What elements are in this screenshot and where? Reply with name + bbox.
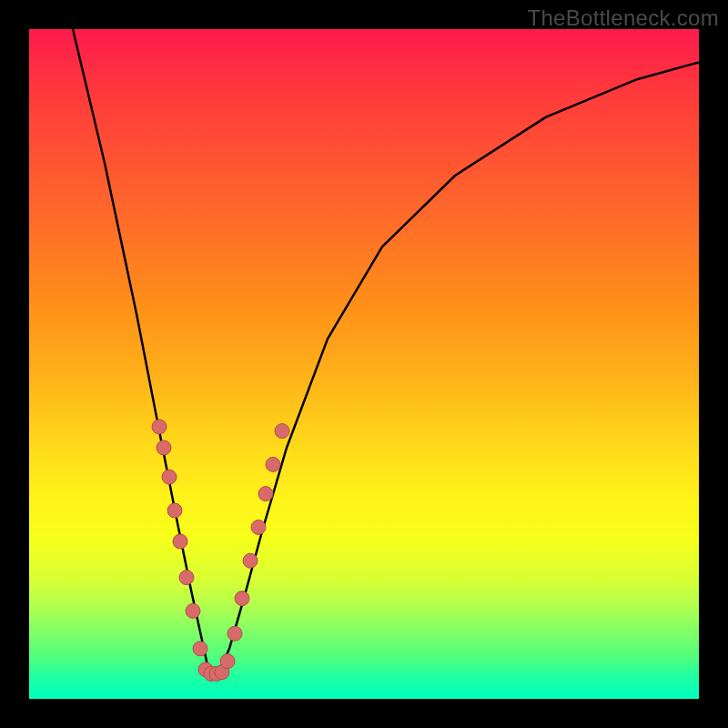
curve-marker: [179, 571, 194, 585]
watermark-text: TheBottleneck.com: [527, 5, 719, 31]
curve-marker: [173, 534, 187, 549]
curve-marker: [193, 642, 207, 656]
curve-marker: [258, 487, 273, 501]
curve-marker: [157, 440, 171, 455]
curve-marker: [167, 503, 182, 518]
chart-frame: TheBottleneck.com: [0, 0, 728, 728]
curve-marker: [220, 654, 235, 669]
curve-marker: [162, 470, 177, 484]
curve-marker: [228, 626, 242, 641]
plot-area: [29, 29, 699, 699]
curve-marker: [275, 424, 289, 439]
curve-marker: [266, 457, 280, 471]
bottleneck-curve: [73, 29, 699, 673]
curve-marker: [186, 603, 200, 618]
curve-layer: [73, 29, 699, 673]
curve-marker: [243, 553, 258, 568]
curve-marker: [235, 592, 249, 606]
marker-layer: [152, 420, 289, 681]
bottleneck-curve-svg: [29, 29, 699, 699]
curve-marker: [152, 420, 167, 434]
curve-marker: [251, 520, 266, 534]
